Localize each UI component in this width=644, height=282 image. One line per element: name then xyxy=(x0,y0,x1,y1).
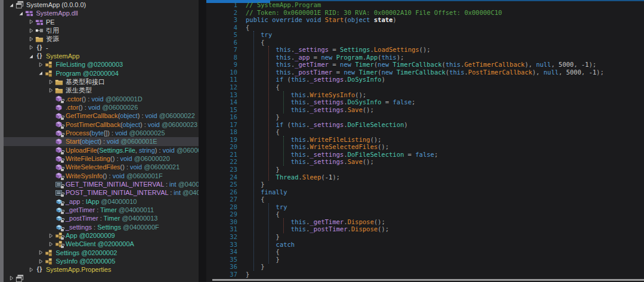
code-text: } xyxy=(246,181,265,188)
expand-arrow-icon[interactable] xyxy=(7,275,15,281)
tree-row[interactable]: _postTimer : Timer @04000013 xyxy=(4,214,199,222)
tree-row[interactable]: WriteFileListing() : void @06000020 xyxy=(4,154,199,163)
code-line[interactable]: 2// Token: 0x0600001E RID: 30 RVA: 0x000… xyxy=(206,9,644,17)
tree-row[interactable]: GetTimerCallback(object) : void @0600002… xyxy=(4,111,199,120)
code-line[interactable]: 32 } xyxy=(206,233,644,241)
tree-item-label: Start(object) : void @0600001E xyxy=(66,137,157,145)
code-line[interactable]: 28 try xyxy=(206,203,644,211)
code-line[interactable]: 35 } xyxy=(206,256,644,264)
code-line[interactable]: 20 this.WriteSelectedFiles(); xyxy=(206,143,644,151)
tree-row[interactable]: Settings @02000002 xyxy=(4,249,199,257)
assembly-icon xyxy=(15,274,24,282)
horizontal-scrollbar[interactable] xyxy=(212,279,644,281)
expand-arrow-icon[interactable] xyxy=(47,79,54,85)
code-line[interactable]: 7 this._settings = Settings.LoadSettings… xyxy=(206,46,644,54)
code-line[interactable]: 29 { xyxy=(206,210,644,218)
code-line[interactable]: 6 { xyxy=(206,39,644,47)
expand-arrow-icon[interactable] xyxy=(47,233,54,239)
code-line[interactable]: 19 this.WriteFileListing(); xyxy=(206,136,644,144)
code-line[interactable]: 13 this.WriteSysInfo(); xyxy=(206,91,644,99)
code-line[interactable]: 4{ xyxy=(206,24,644,32)
code-line[interactable]: 16 } xyxy=(206,113,644,121)
tree-row-selected[interactable]: Start(object) : void @0600001E xyxy=(4,137,199,145)
code-line[interactable]: 26 finally xyxy=(206,188,644,196)
expand-arrow-icon[interactable] xyxy=(37,61,45,68)
code-line[interactable]: 30 this._getTimer.Dispose(); xyxy=(206,218,644,226)
tree-row[interactable]: _getTimer : Timer @04000011 xyxy=(4,206,199,214)
tree-row[interactable]: 派生类型 xyxy=(4,86,199,94)
code-line[interactable]: 11 if (this._settings.DoSysInfo) xyxy=(206,76,644,83)
tree-row[interactable]: PostTimerCallback(object) : void @060000… xyxy=(4,120,199,129)
tree-row[interactable]: .cctor() : void @0600001D xyxy=(4,95,199,103)
tree-row[interactable]: SysInfo @02000005 xyxy=(4,257,199,265)
panel-splitter[interactable] xyxy=(199,0,206,282)
code-line[interactable]: 8 this._app = new Program.App(this); xyxy=(206,54,644,61)
code-line[interactable]: 23 } xyxy=(206,166,644,173)
tree-row[interactable]: App @02000009 xyxy=(4,231,199,240)
code-text: this._settings = Settings.LoadSettings()… xyxy=(246,46,431,54)
collapse-arrow-icon[interactable] xyxy=(27,53,35,60)
expand-arrow-icon[interactable] xyxy=(37,249,45,256)
code-line[interactable]: 17 if (this._settings.DoFileSelection) xyxy=(206,121,644,129)
code-line[interactable]: 10 this._postTimer = new Timer(new Timer… xyxy=(206,69,644,76)
code-line[interactable]: 34 { xyxy=(206,248,644,256)
code-line[interactable]: 21 this._settings.DoFileSelection = fals… xyxy=(206,151,644,159)
collapse-arrow-icon[interactable] xyxy=(7,2,15,8)
code-line[interactable]: 33 catch xyxy=(206,241,644,249)
code-line[interactable]: 1// SystemApp.Program xyxy=(206,1,644,9)
tree-item-label: POST_TIMER_INITIAL_INTERVAL : int @04000 xyxy=(66,188,199,197)
code-line[interactable]: 24 Thread.Sleep(-1); xyxy=(206,173,644,181)
tree-row[interactable]: _app : IApp @04000010 xyxy=(4,197,199,206)
collapse-arrow-icon[interactable] xyxy=(37,70,45,76)
tree-row[interactable]: WriteSysInfo() : void @0600001F xyxy=(4,172,199,180)
tree-row[interactable] xyxy=(4,274,199,282)
tree-row[interactable]: WebClient @0200000A xyxy=(4,240,199,248)
code-line[interactable]: 3public override void Start(object state… xyxy=(206,16,644,24)
expand-arrow-icon[interactable] xyxy=(37,258,45,265)
line-number: 31 xyxy=(206,225,237,233)
tree-row[interactable]: POST_TIMER_INITIAL_INTERVAL : int @04000 xyxy=(4,188,199,197)
code-text: { xyxy=(246,248,280,256)
code-line[interactable]: 9 this._getTimer = new Timer(new TimerCa… xyxy=(206,61,644,69)
collapse-arrow-icon[interactable] xyxy=(17,10,25,17)
tree-row[interactable]: 资源 xyxy=(4,35,199,43)
code-line[interactable]: 14 this._settings.DoSysInfo = false; xyxy=(206,98,644,106)
tree-row[interactable]: { }SystemApp.Properties xyxy=(4,265,199,274)
tree-row[interactable]: { }SystemApp xyxy=(4,52,199,60)
code-line[interactable]: 37} xyxy=(206,271,644,278)
assembly-explorer[interactable]: SystemApp (0.0.0.0)SystemApp.dllPE引用资源{ … xyxy=(4,0,199,282)
code-text: } xyxy=(246,271,249,278)
tree-item-label: SystemApp.dll xyxy=(36,9,78,17)
tree-row[interactable]: WriteSelectedFiles() : void @06000021 xyxy=(4,163,199,171)
code-line[interactable]: 31 this._postTimer.Dispose(); xyxy=(206,225,644,233)
expand-arrow-icon[interactable] xyxy=(27,18,35,25)
expand-arrow-icon[interactable] xyxy=(47,87,54,94)
tree-row[interactable]: GET_TIMER_INITIAL_INTERVAL : int @040000… xyxy=(4,180,199,188)
tree-row[interactable]: Process(byte[]) : void @06000025 xyxy=(4,129,199,137)
tree-row[interactable]: UploadFile(Settings.File, string) : void… xyxy=(4,146,199,154)
code-line[interactable]: 22 this._settings.Save(); xyxy=(206,158,644,166)
tree-row[interactable]: SystemApp (0.0.0.0) xyxy=(4,1,199,9)
code-line[interactable]: 27 { xyxy=(206,196,644,203)
expand-arrow-icon[interactable] xyxy=(27,44,35,51)
expand-arrow-icon[interactable] xyxy=(27,36,35,42)
tree-row[interactable]: Program @02000004 xyxy=(4,69,199,78)
expand-arrow-icon[interactable] xyxy=(47,241,54,247)
tree-row[interactable]: .ctor() : void @06000026 xyxy=(4,103,199,111)
tree-row[interactable]: 引用 xyxy=(4,26,199,35)
tree-row[interactable]: _settings : Settings @0400000F xyxy=(4,223,199,231)
code-line[interactable]: 5 try xyxy=(206,31,644,39)
expand-arrow-icon[interactable] xyxy=(27,266,35,273)
tree-row[interactable]: SystemApp.dll xyxy=(4,9,199,17)
code-line[interactable]: 25 } xyxy=(206,181,644,188)
tree-row[interactable]: 基类型和接口 xyxy=(4,78,199,86)
tree-row[interactable]: { }- xyxy=(4,44,199,52)
code-line[interactable]: 18 { xyxy=(206,128,644,136)
code-line[interactable]: 36 } xyxy=(206,263,644,271)
tree-row[interactable]: FileListing @02000003 xyxy=(4,60,199,69)
expand-arrow-icon[interactable] xyxy=(27,27,35,34)
code-line[interactable]: 15 this._settings.Save(); xyxy=(206,106,644,114)
code-editor[interactable]: 1// SystemApp.Program2// Token: 0x060000… xyxy=(206,0,644,282)
code-line[interactable]: 12 { xyxy=(206,83,644,91)
tree-row[interactable]: PE xyxy=(4,18,199,26)
